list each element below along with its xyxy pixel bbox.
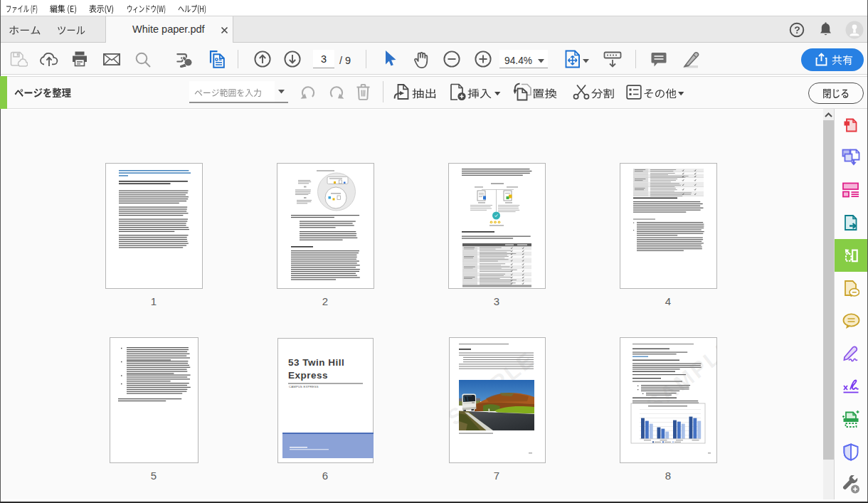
svg-text:Express: Express <box>288 370 328 381</box>
svg-text:53 Twin Hill: 53 Twin Hill <box>288 357 344 368</box>
svg-text:CAMPUS EXPRESS: CAMPUS EXPRESS <box>289 385 319 388</box>
